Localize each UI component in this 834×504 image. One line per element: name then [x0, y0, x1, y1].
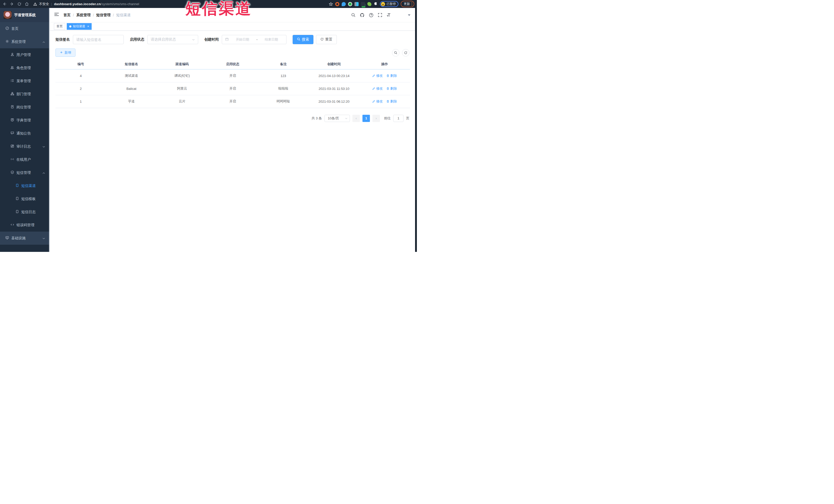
sidebar-item-infra[interactable]: 基础设施 [0, 232, 50, 245]
cell-created: 2021-04-13 00:23:14 [309, 69, 359, 82]
page-size-select[interactable]: 10条/页 [325, 115, 350, 122]
tab-sms-channel[interactable]: 短信渠道 × [67, 23, 92, 30]
page-number-current[interactable]: 1 [363, 115, 370, 122]
sidebar-item-error-code[interactable]: 错误码管理 [0, 219, 50, 232]
address-bar[interactable]: 不安全 | dashboard.yudao.iocoder.cn/system/… [34, 2, 139, 6]
cell-code: 阿里云 [157, 82, 207, 95]
cell-id: 1 [56, 95, 106, 108]
add-button[interactable]: 新增 [56, 48, 75, 57]
help-icon[interactable] [369, 13, 373, 18]
browser-menu-icon[interactable] [412, 2, 412, 6]
breadcrumb-home[interactable]: 首页 [63, 13, 71, 18]
sign-input[interactable] [76, 38, 120, 42]
edit-link[interactable]: 修改 [372, 73, 383, 78]
extension-icon[interactable] [342, 2, 346, 6]
status-label: 启用状态 [130, 37, 144, 42]
avatar-caret-icon[interactable] [408, 14, 411, 17]
filter-form: 短信签名 启用状态 请选择启用状态 创建时间 开始日期 - 结束日期 [56, 35, 410, 44]
chevron-up-icon [42, 171, 45, 175]
chevron-down-icon [42, 236, 45, 240]
cell-created: 2021-03-31 11:53:10 [309, 82, 359, 95]
edit-link[interactable]: 修改 [372, 86, 383, 91]
date-range-picker[interactable]: 开始日期 - 结束日期 [222, 35, 286, 44]
extension-icon[interactable] [361, 2, 365, 6]
window-scrollbar-strip[interactable] [415, 8, 417, 252]
sign-label: 短信签名 [56, 37, 70, 42]
tab-home[interactable]: 首页 [54, 23, 65, 30]
sidebar-item-online-users[interactable]: 在线用户 [0, 153, 50, 166]
security-label: 不安全 [39, 2, 49, 6]
user-icon [10, 52, 14, 57]
sidebar-item-dept-mgmt[interactable]: 部门管理 [0, 88, 50, 101]
delete-link[interactable]: 删除 [386, 86, 397, 91]
extension-icon[interactable] [348, 2, 352, 6]
table-row: 1 芋道 云片 开启 呵呵呵哒 2021-03-31 06:12:20 修改删除 [56, 95, 410, 108]
back-icon[interactable] [3, 2, 6, 6]
sidebar-item-dict-mgmt[interactable]: 字典管理 [0, 114, 50, 127]
sidebar-item-post-mgmt[interactable]: 岗位管理 [0, 101, 50, 114]
sidebar-item-system[interactable]: 系统管理 [0, 35, 50, 48]
sidebar-item-notice[interactable]: 通知公告 [0, 127, 50, 140]
font-size-icon[interactable] [387, 13, 391, 17]
sidebar-menu: 首页 系统管理 用户管理 角色管理 菜单管理 部门管理 [0, 22, 50, 245]
signal-icon [10, 157, 14, 162]
forward-icon[interactable] [10, 2, 14, 6]
sidebar-item-menu-mgmt[interactable]: 菜单管理 [0, 74, 50, 88]
table-row: 4 测试渠道 调试(钉钉) 开启 123 2021-04-13 00:23:14… [56, 69, 410, 82]
chevron-up-icon [42, 40, 45, 44]
extension-icon[interactable] [335, 2, 339, 6]
start-date-placeholder: 开始日期 [231, 37, 255, 42]
extension-icon[interactable] [354, 2, 358, 6]
search-icon[interactable] [351, 13, 355, 17]
sidebar-item-sms-template[interactable]: 短信模板 [0, 192, 50, 205]
goto-suffix: 页 [406, 116, 410, 121]
github-icon[interactable] [360, 13, 365, 18]
delete-link[interactable]: 删除 [386, 99, 397, 104]
extension-icon[interactable] [367, 2, 371, 6]
sidebar-item-role-mgmt[interactable]: 角色管理 [0, 61, 50, 74]
cell-status: 开启 [207, 69, 258, 82]
shield-message-icon [10, 171, 14, 175]
app-logo-image [4, 11, 12, 19]
search-button[interactable]: 搜索 [293, 35, 313, 44]
chevron-down-icon [42, 145, 45, 149]
cell-sign: 测试渠道 [106, 69, 157, 82]
sidebar-item-audit-log[interactable]: 审计日志 [0, 140, 50, 153]
cell-actions: 修改删除 [359, 69, 410, 82]
app-logo-row[interactable]: 芋道管理系统 [0, 8, 50, 22]
sidebar-fold-icon[interactable] [54, 13, 59, 18]
document-icon [16, 210, 19, 214]
sidebar-item-home[interactable]: 首页 [0, 22, 50, 35]
refresh-icon [320, 38, 324, 42]
reload-icon[interactable] [18, 2, 21, 6]
chevron-down-icon [192, 38, 195, 42]
sidebar-item-sms-channel[interactable]: 短信渠道 [0, 179, 50, 192]
next-page-button[interactable]: › [372, 115, 380, 122]
show-search-toggle-button[interactable] [392, 49, 399, 57]
refresh-table-button[interactable] [402, 49, 410, 57]
browser-profile-chip[interactable]: 已暂停 [380, 1, 398, 7]
reset-button[interactable]: 重置 [316, 35, 337, 44]
status-select[interactable]: 请选择启用状态 [147, 35, 198, 44]
sidebar-item-user-mgmt[interactable]: 用户管理 [0, 48, 50, 61]
edit-square-icon [10, 144, 14, 149]
sidebar-item-sms-log[interactable]: 短信日志 [0, 205, 50, 219]
browser-update-button[interactable]: 更新 [401, 1, 414, 7]
home-icon[interactable] [25, 2, 29, 6]
fullscreen-icon[interactable] [378, 13, 382, 17]
col-id: 编号 [56, 59, 106, 69]
bookmark-star-icon[interactable] [329, 2, 333, 6]
calendar-icon [225, 38, 229, 42]
profile-avatar-emoji [381, 2, 385, 6]
sidebar-item-sms-mgmt[interactable]: 短信管理 [0, 166, 50, 179]
breadcrumb-sms[interactable]: 短信管理 [96, 13, 111, 18]
user-avatar[interactable] [396, 11, 403, 19]
document-icon [16, 197, 19, 201]
delete-link[interactable]: 删除 [386, 73, 397, 78]
breadcrumb-system[interactable]: 系统管理 [76, 13, 91, 18]
edit-link[interactable]: 修改 [372, 99, 383, 104]
puzzle-extensions-icon[interactable] [374, 2, 378, 6]
prev-page-button[interactable]: ‹ [352, 115, 360, 122]
tab-close-icon[interactable]: × [87, 25, 89, 28]
goto-page-input[interactable] [393, 115, 403, 122]
